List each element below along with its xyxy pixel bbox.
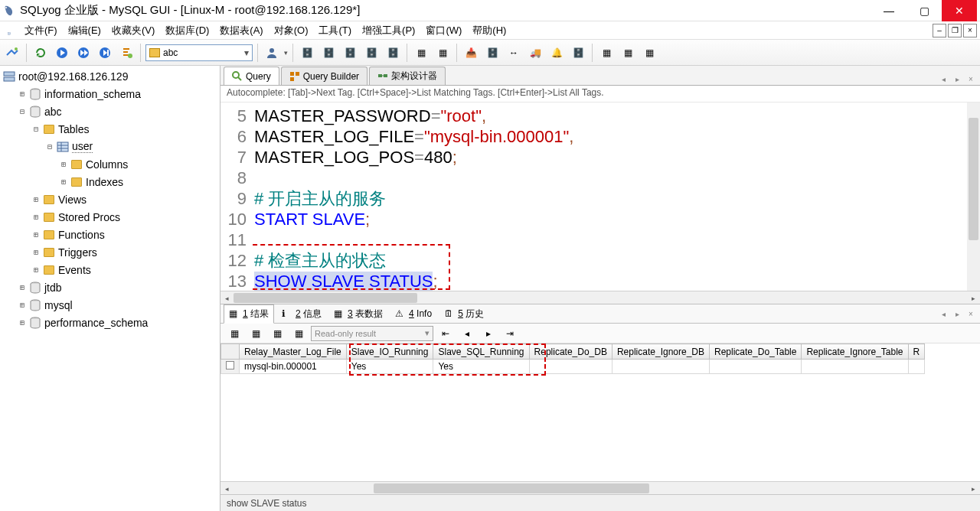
view3-icon[interactable]: ▦ bbox=[640, 44, 658, 62]
grid-paste-icon[interactable]: ▦ bbox=[268, 324, 286, 343]
tree-item[interactable]: ⊞Events bbox=[0, 261, 220, 278]
ssh-icon[interactable]: 🗄️ bbox=[569, 44, 587, 62]
tree-item[interactable]: ⊟user bbox=[0, 138, 220, 155]
expand-toggle[interactable]: ⊞ bbox=[58, 177, 69, 187]
expand-toggle[interactable]: ⊞ bbox=[17, 282, 28, 293]
menu-ptools[interactable]: 增强工具(P) bbox=[358, 22, 420, 39]
export-icon[interactable]: 🗄️ bbox=[483, 44, 501, 62]
result-tab[interactable]: 🗓5 历史 bbox=[439, 304, 488, 324]
grid-next-icon[interactable]: ▸ bbox=[479, 324, 498, 343]
result-tab-prev-icon[interactable]: ◂ bbox=[937, 308, 949, 320]
minimize-button[interactable]: — bbox=[871, 0, 906, 21]
grid-cell[interactable] bbox=[710, 360, 802, 374]
refresh-icon[interactable] bbox=[31, 44, 50, 62]
result-tab[interactable]: ▦1 结果 bbox=[224, 304, 274, 324]
grid-cell[interactable]: mysql-bin.000001 bbox=[240, 360, 347, 374]
grid-hscroll-left-icon[interactable]: ◂ bbox=[220, 482, 234, 495]
grid-hscroll-thumb[interactable] bbox=[374, 483, 649, 493]
result-tab[interactable]: ▦3 表数据 bbox=[329, 304, 387, 324]
execute-icon[interactable] bbox=[53, 44, 71, 62]
table-icon[interactable]: ▦ bbox=[412, 44, 430, 62]
expand-toggle[interactable]: ⊞ bbox=[17, 89, 28, 99]
view1-icon[interactable]: ▦ bbox=[597, 44, 616, 62]
grid-col-header[interactable]: Slave_IO_Running bbox=[346, 344, 433, 360]
tree-item[interactable]: ⊞Functions bbox=[0, 226, 220, 243]
import-icon[interactable]: 📥 bbox=[462, 44, 480, 62]
db-schema-icon[interactable]: 🗄️ bbox=[362, 44, 381, 62]
tree-item[interactable]: ⊞performance_schema bbox=[0, 314, 220, 331]
expand-toggle[interactable]: ⊞ bbox=[31, 229, 41, 240]
expand-toggle[interactable]: ⊞ bbox=[17, 317, 28, 328]
result-grid[interactable]: Relay_Master_Log_FileSlave_IO_RunningSla… bbox=[220, 343, 980, 481]
grid-col-header[interactable]: Slave_SQL_Running bbox=[433, 344, 529, 360]
grid-cell[interactable] bbox=[908, 360, 925, 374]
editor-code[interactable]: MASTER_PASSWORD="root", MASTER_LOG_FILE=… bbox=[251, 103, 980, 291]
grid-cell[interactable] bbox=[529, 360, 612, 374]
menu-file[interactable]: 文件(F) bbox=[20, 22, 62, 39]
editor-tab[interactable]: Query Builder bbox=[281, 67, 368, 85]
tree-item[interactable]: ⊞Views bbox=[0, 190, 220, 208]
tree-item[interactable]: ⊞Columns bbox=[0, 155, 220, 173]
mdi-minimize-button[interactable]: – bbox=[933, 24, 946, 37]
hscroll-right-icon[interactable]: ▸ bbox=[967, 291, 980, 304]
expand-toggle[interactable]: ⊟ bbox=[17, 106, 28, 117]
menu-tools[interactable]: 工具(T) bbox=[314, 22, 356, 39]
expand-toggle[interactable]: ⊞ bbox=[58, 159, 69, 170]
result-tab[interactable]: ℹ2 信息 bbox=[277, 304, 326, 324]
tree-item[interactable]: ⊞mysql bbox=[0, 296, 220, 314]
menu-help[interactable]: 帮助(H) bbox=[468, 22, 511, 39]
tree-item[interactable]: ⊟abc bbox=[0, 103, 220, 120]
grid-col-header[interactable]: Replicate_Do_Table bbox=[710, 344, 802, 360]
tab-prev-icon[interactable]: ◂ bbox=[937, 73, 949, 85]
grid-copy-icon[interactable]: ▦ bbox=[247, 324, 265, 343]
menu-table[interactable]: 数据表(A) bbox=[215, 22, 267, 39]
tab-close-icon[interactable]: × bbox=[965, 73, 977, 85]
close-button[interactable]: ✕ bbox=[942, 0, 977, 21]
editor-vscroll[interactable] bbox=[967, 103, 980, 291]
notify-icon[interactable]: 🔔 bbox=[547, 44, 566, 62]
tree-item[interactable]: ⊞Stored Procs bbox=[0, 208, 220, 226]
editor-tab[interactable]: 架构设计器 bbox=[369, 67, 446, 85]
tab-next-icon[interactable]: ▸ bbox=[951, 73, 963, 85]
result-tab-close-icon[interactable]: × bbox=[965, 308, 977, 320]
scheduled-icon[interactable]: ↔ bbox=[505, 44, 523, 62]
result-tab-next-icon[interactable]: ▸ bbox=[951, 308, 963, 320]
grid-cell[interactable] bbox=[612, 360, 709, 374]
grid-refresh-icon[interactable]: ▦ bbox=[289, 324, 308, 343]
expand-toggle[interactable]: ⊞ bbox=[31, 194, 41, 205]
db-sync-icon[interactable]: 🗄️ bbox=[298, 44, 316, 62]
grid-col-header[interactable]: Replicate_Do_DB bbox=[529, 344, 612, 360]
readonly-combo[interactable]: Read-only result ▾ bbox=[311, 326, 433, 341]
db-diff-icon[interactable]: 🗄️ bbox=[341, 44, 359, 62]
menu-window[interactable]: 窗口(W) bbox=[421, 22, 466, 39]
database-combo[interactable]: abc ▾ bbox=[145, 44, 253, 61]
execute-step-icon[interactable] bbox=[96, 44, 114, 62]
mdi-close-button[interactable]: × bbox=[963, 24, 977, 37]
expand-toggle[interactable]: ⊞ bbox=[31, 247, 41, 258]
menu-db[interactable]: 数据库(D) bbox=[161, 22, 214, 39]
db-copy-icon[interactable]: 🗄️ bbox=[319, 44, 338, 62]
object-browser[interactable]: root@192.168.126.129 ⊞information_schema… bbox=[0, 66, 220, 511]
editor-hscroll[interactable]: ◂ ▸ bbox=[220, 291, 980, 304]
grid-row-header[interactable] bbox=[221, 360, 240, 374]
result-tab[interactable]: ⚠4 Info bbox=[390, 304, 436, 324]
hscroll-left-icon[interactable]: ◂ bbox=[220, 291, 234, 304]
execute-all-icon[interactable] bbox=[74, 44, 93, 62]
tree-item[interactable]: ⊞jtdb bbox=[0, 278, 220, 296]
grid-col-header[interactable]: Replicate_Ignore_DB bbox=[612, 344, 709, 360]
expand-toggle[interactable]: ⊞ bbox=[17, 300, 28, 311]
maximize-button[interactable]: ▢ bbox=[906, 0, 942, 21]
grid-corner[interactable] bbox=[221, 344, 240, 360]
tree-item[interactable]: ⊞Indexes bbox=[0, 173, 220, 190]
tree-item[interactable]: ⊟Tables bbox=[0, 120, 220, 138]
table-list-icon[interactable]: ▦ bbox=[433, 44, 452, 62]
grid-col-header[interactable]: R bbox=[908, 344, 925, 360]
mdi-system-icon[interactable] bbox=[3, 24, 15, 37]
menu-fav[interactable]: 收藏夹(V) bbox=[107, 22, 159, 39]
grid-prev-icon[interactable]: ◂ bbox=[458, 324, 476, 343]
user-manager-icon[interactable] bbox=[263, 44, 281, 62]
grid-hscroll[interactable]: ◂ ▸ bbox=[220, 481, 980, 494]
expand-toggle[interactable]: ⊞ bbox=[31, 212, 41, 223]
grid-col-header[interactable]: Relay_Master_Log_File bbox=[240, 344, 347, 360]
grid-cell[interactable] bbox=[802, 360, 908, 374]
